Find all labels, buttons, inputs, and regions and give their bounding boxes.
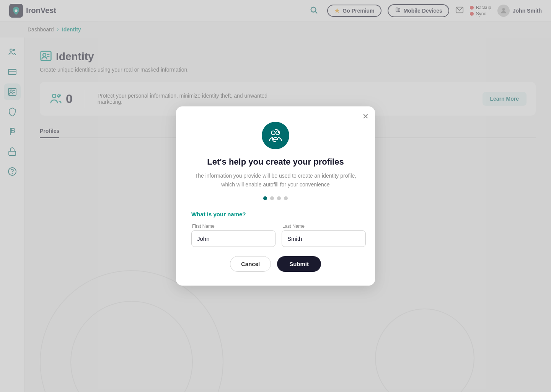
step-dots [191,196,360,200]
svg-point-30 [271,131,275,135]
last-name-label: Last Name [282,224,366,229]
create-profile-modal: ✕ Let's help you create your profiles Th… [176,106,375,286]
submit-button[interactable]: Submit [277,256,321,272]
step-dot-2 [270,196,274,200]
last-name-field: Last Name [282,224,366,247]
svg-point-31 [276,131,280,135]
step-dot-1 [263,196,267,200]
first-name-input[interactable] [191,230,276,247]
modal-actions: Cancel Submit [191,256,360,272]
name-form-row: First Name Last Name [191,224,360,247]
modal-close-button[interactable]: ✕ [362,113,369,120]
modal-title: Let's help you create your profiles [191,157,360,167]
modal-icon [262,122,289,149]
modal-profiles-icon [268,128,283,143]
step-dot-3 [277,196,281,200]
cancel-button[interactable]: Cancel [230,256,271,272]
step-dot-4 [284,196,288,200]
modal-overlay[interactable]: ✕ Let's help you create your profiles Th… [0,0,551,392]
form-question: What is your name? [191,211,360,217]
first-name-field: First Name [191,224,276,247]
first-name-label: First Name [191,224,276,229]
modal-description: The information you provide will be used… [191,172,360,189]
last-name-input[interactable] [282,230,366,247]
